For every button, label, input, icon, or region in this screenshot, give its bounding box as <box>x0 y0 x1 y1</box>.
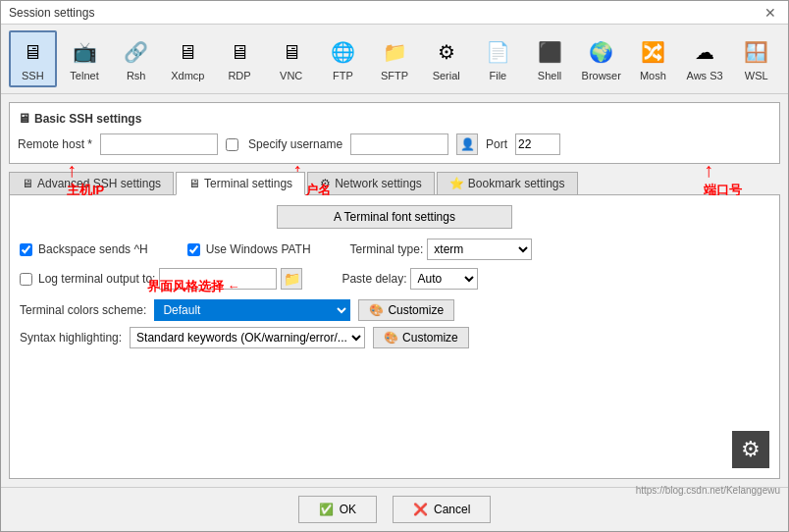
paste-delay-option: Paste delay: AutoNoneShortMediumLong <box>342 268 478 290</box>
serial-icon: ⚙ <box>431 36 462 68</box>
rsh-icon: 🔗 <box>121 36 152 68</box>
ftp-icon: 🌐 <box>327 36 358 68</box>
awss3-label: Aws S3 <box>687 70 723 81</box>
paste-delay-label: Paste delay: <box>342 272 406 286</box>
toolbar-item-sftp[interactable]: 📁 SFTP <box>371 30 419 87</box>
close-button[interactable]: ✕ <box>761 5 780 21</box>
toolbar-item-telnet[interactable]: 📺 Telnet <box>61 30 109 87</box>
mosh-label: Mosh <box>640 70 666 81</box>
dialog-title: Session settings <box>9 6 94 20</box>
remote-host-label: Remote host * <box>18 137 92 151</box>
telnet-label: Telnet <box>70 70 98 81</box>
paste-delay-select[interactable]: AutoNoneShortMediumLong <box>410 268 478 290</box>
toolbar-item-ftp[interactable]: 🌐 FTP <box>319 30 367 87</box>
port-input[interactable] <box>515 133 560 155</box>
toolbar-item-browser[interactable]: 🌍 Browser <box>577 30 625 87</box>
log-path-input[interactable] <box>159 268 277 290</box>
tabs-section: 🖥 Advanced SSH settings🖥 Terminal settin… <box>9 172 780 479</box>
windows-path-label: Use Windows PATH <box>206 242 311 256</box>
ok-icon: ✅ <box>319 503 334 516</box>
main-content: 🖥 Basic SSH settings Remote host * Speci… <box>1 94 788 487</box>
vnc-label: VNC <box>280 70 302 81</box>
toolbar-item-shell[interactable]: ⬛ Shell <box>526 30 574 87</box>
rsh-label: Rsh <box>127 70 146 81</box>
cancel-button[interactable]: ❌ Cancel <box>393 496 491 523</box>
awss3-icon: ☁ <box>689 36 720 68</box>
xdmcp-label: Xdmcp <box>171 70 204 81</box>
basic-ssh-title: 🖥 Basic SSH settings <box>18 111 771 126</box>
color-customize-button[interactable]: 🎨 Customize <box>358 299 454 321</box>
color-scheme-row: Terminal colors scheme: DefaultSolarized… <box>20 299 769 321</box>
syntax-select[interactable]: Standard keywords (OK/warning/error/...)… <box>130 327 365 348</box>
toolbar-item-ssh[interactable]: 🖥 SSH <box>9 30 57 87</box>
windows-path-option: Use Windows PATH <box>187 239 311 260</box>
specify-username-label: Specify username <box>248 137 342 151</box>
port-label: Port <box>486 137 507 151</box>
rdp-icon: 🖥 <box>224 36 255 68</box>
tab-content-terminal: A Terminal font settings Backspace sends… <box>9 195 780 479</box>
terminal-type-select[interactable]: xtermvt100vt220xterm-256color <box>427 239 532 260</box>
log-paste-row: Log terminal output to: 📁 Paste delay: A… <box>20 268 769 290</box>
gear-button[interactable]: ⚙ <box>732 431 769 468</box>
network-tab-icon: ⚙ <box>320 177 331 190</box>
file-label: File <box>490 70 507 81</box>
bookmark-tab-label: Bookmark settings <box>468 177 565 190</box>
specify-username-checkbox[interactable] <box>226 138 238 151</box>
toolbar: 🖥 SSH 📺 Telnet 🔗 Rsh 🖥 Xdmcp 🖥 RDP 🖥 VNC… <box>1 25 788 94</box>
toolbar-item-vnc[interactable]: 🖥 VNC <box>267 30 315 87</box>
sftp-icon: 📁 <box>379 36 410 68</box>
basic-settings-row-container: Remote host * Specify username 👤 Port ↑ … <box>18 133 771 155</box>
syntax-customize-button[interactable]: 🎨 Customize <box>373 327 469 348</box>
toolbar-item-wsl[interactable]: 🪟 WSL <box>732 30 780 87</box>
tab-bookmark[interactable]: ⭐ Bookmark settings <box>437 172 578 194</box>
syntax-customize-icon: 🎨 <box>384 331 398 345</box>
log-option: Log terminal output to: 📁 <box>20 268 302 290</box>
basic-settings-row: Remote host * Specify username 👤 Port <box>18 133 771 155</box>
log-checkbox[interactable] <box>20 273 32 286</box>
backspace-checkbox[interactable] <box>20 243 32 256</box>
tab-advanced-ssh[interactable]: 🖥 Advanced SSH settings <box>9 172 174 194</box>
toolbar-item-xdmcp[interactable]: 🖥 Xdmcp <box>164 30 212 87</box>
telnet-icon: 📺 <box>69 36 100 68</box>
sftp-label: SFTP <box>381 70 408 81</box>
network-tab-label: Network settings <box>335 177 422 190</box>
toolbar-item-serial[interactable]: ⚙ Serial <box>422 30 470 87</box>
serial-label: Serial <box>433 70 460 81</box>
toolbar-item-awss3[interactable]: ☁ Aws S3 <box>681 30 729 87</box>
session-settings-dialog: Session settings ✕ 🖥 SSH 📺 Telnet 🔗 Rsh … <box>0 0 789 532</box>
username-browse-button[interactable]: 👤 <box>456 133 478 155</box>
tabs-bar: 🖥 Advanced SSH settings🖥 Terminal settin… <box>9 172 780 195</box>
file-icon: 📄 <box>482 36 513 68</box>
color-scheme-select[interactable]: DefaultSolarized DarkSolarized LightMono… <box>154 299 350 321</box>
watermark: https://blog.csdn.net/Kelanggewu <box>636 485 780 496</box>
toolbar-item-mosh[interactable]: 🔀 Mosh <box>629 30 677 87</box>
terminal-type-option: Terminal type: xtermvt100vt220xterm-256c… <box>350 239 533 260</box>
ok-button[interactable]: ✅ OK <box>298 496 377 523</box>
browser-label: Browser <box>582 70 621 81</box>
advanced-ssh-tab-label: Advanced SSH settings <box>37 177 161 190</box>
syntax-label: Syntax highlighting: <box>20 331 122 345</box>
tab-network[interactable]: ⚙ Network settings <box>307 172 435 194</box>
toolbar-item-rdp[interactable]: 🖥 RDP <box>216 30 264 87</box>
browse-log-button[interactable]: 📁 <box>281 268 302 290</box>
username-input[interactable] <box>350 133 448 155</box>
syntax-row: Syntax highlighting: Standard keywords (… <box>20 327 769 348</box>
advanced-ssh-tab-icon: 🖥 <box>22 177 33 190</box>
vnc-icon: 🖥 <box>276 36 307 68</box>
bookmark-tab-icon: ⭐ <box>449 177 464 190</box>
toolbar-item-file[interactable]: 📄 File <box>474 30 522 87</box>
color-section: 界面风格选择 ← Terminal colors scheme: Default… <box>20 299 769 348</box>
tab-terminal[interactable]: 🖥 Terminal settings <box>176 172 305 195</box>
log-label: Log terminal output to: <box>38 272 155 286</box>
toolbar-item-rsh[interactable]: 🔗 Rsh <box>112 30 160 87</box>
gear-icon: ⚙ <box>741 437 761 462</box>
terminal-font-button[interactable]: A Terminal font settings <box>277 205 512 229</box>
remote-host-input[interactable] <box>100 133 218 155</box>
rdp-label: RDP <box>228 70 250 81</box>
ssh-icon: 🖥 <box>18 111 30 126</box>
cancel-label: Cancel <box>434 503 470 516</box>
wsl-icon: 🪟 <box>741 36 772 68</box>
customize-icon: 🎨 <box>369 303 384 317</box>
backspace-option: Backspace sends ^H <box>20 239 148 260</box>
windows-path-checkbox[interactable] <box>187 243 200 256</box>
